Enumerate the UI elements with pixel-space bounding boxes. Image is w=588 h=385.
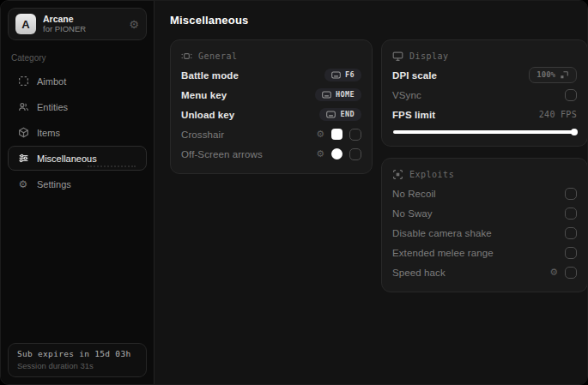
display-icon bbox=[392, 51, 403, 62]
brand-subtitle: for PIONER bbox=[43, 25, 86, 33]
setting-row-fps-limit: FPS limit 240 FPS bbox=[392, 105, 577, 124]
setting-row-menu-key: Menu key HOME bbox=[181, 85, 361, 105]
crosshair-color-swatch[interactable] bbox=[331, 129, 342, 140]
fps-slider-knob[interactable] bbox=[571, 129, 578, 135]
sidebar-item-miscellaneous[interactable]: Miscellaneous bbox=[8, 146, 147, 171]
sidebar-item-entities[interactable]: Entities bbox=[8, 94, 147, 119]
setting-row-battle-mode: Battle mode F6 bbox=[181, 65, 361, 85]
speed-hack-options-gear-icon[interactable]: ⚙ bbox=[549, 268, 558, 277]
keyboard-icon bbox=[326, 111, 336, 118]
menu-keybind-button[interactable]: HOME bbox=[315, 88, 361, 101]
miscellaneous-icon bbox=[17, 153, 29, 165]
panel-title: Exploits bbox=[409, 170, 454, 179]
no-sway-checkbox[interactable] bbox=[565, 208, 577, 220]
items-icon bbox=[17, 127, 29, 139]
category-label: Category bbox=[11, 53, 143, 63]
scale-icon bbox=[560, 70, 569, 80]
sidebar-nav: Aimbot Entities Items Miscellaneous bbox=[8, 69, 147, 196]
sub-expiry-text: Sub expires in 15d 03h bbox=[17, 349, 137, 358]
panel-exploits-header: Exploits bbox=[392, 169, 577, 180]
setting-label: Menu key bbox=[181, 90, 227, 100]
arcane-logo: A bbox=[15, 14, 36, 34]
panel-general-header: General bbox=[181, 51, 361, 62]
setting-row-dpi-scale: DPI scale 100% bbox=[392, 65, 577, 85]
sidebar: A Arcane for PIONER ⚙ Category Aimbot En… bbox=[1, 1, 154, 384]
general-icon bbox=[181, 51, 192, 62]
setting-row-offscreen-arrows: Off-Screen arrows ⚙ bbox=[181, 144, 361, 164]
setting-row-disable-camera-shake: Disable camera shake bbox=[392, 223, 577, 243]
sidebar-item-items[interactable]: Items bbox=[8, 120, 147, 145]
setting-row-no-sway: No Sway bbox=[392, 203, 577, 223]
extended-melee-range-checkbox[interactable] bbox=[565, 247, 577, 259]
arcane-window: A Arcane for PIONER ⚙ Category Aimbot En… bbox=[0, 0, 588, 385]
setting-label: Off-Screen arrows bbox=[181, 149, 263, 159]
keyboard-icon bbox=[331, 71, 341, 79]
session-duration-text: Session duration 31s bbox=[17, 361, 137, 370]
battle-mode-keybind-button[interactable]: F6 bbox=[324, 69, 361, 81]
setting-label: No Recoil bbox=[392, 189, 436, 199]
unload-keybind-button[interactable]: END bbox=[319, 108, 361, 121]
vsync-checkbox[interactable] bbox=[565, 89, 577, 101]
crosshair-checkbox[interactable] bbox=[349, 129, 361, 141]
active-item-dots-decoration bbox=[88, 165, 136, 167]
setting-row-speed-hack: Speed hack ⚙ bbox=[392, 262, 577, 282]
subscription-card: Sub expires in 15d 03h Session duration … bbox=[8, 343, 147, 377]
dpi-scale-button[interactable]: 100% bbox=[529, 67, 577, 83]
setting-label: Extended melee range bbox=[392, 248, 494, 258]
settings-gear-icon: ⚙ bbox=[17, 178, 29, 190]
setting-label: No Sway bbox=[392, 208, 433, 219]
keyboard-icon bbox=[322, 91, 331, 99]
setting-label: Unload key bbox=[181, 110, 234, 120]
sidebar-item-label: Miscellaneous bbox=[37, 153, 97, 164]
panel-display-header: Display bbox=[392, 51, 577, 62]
sidebar-item-label: Entities bbox=[37, 102, 68, 112]
setting-row-no-recoil: No Recoil bbox=[392, 183, 577, 203]
fps-limit-slider[interactable] bbox=[393, 130, 576, 134]
fps-limit-value: 240 FPS bbox=[539, 110, 577, 119]
setting-label: Battle mode bbox=[181, 70, 239, 81]
account-gear-icon[interactable]: ⚙ bbox=[129, 19, 139, 30]
offscreen-arrows-options-gear-icon[interactable]: ⚙ bbox=[316, 149, 324, 159]
sidebar-item-label: Items bbox=[37, 128, 60, 138]
exploits-icon bbox=[392, 169, 403, 180]
setting-row-extended-melee-range: Extended melee range bbox=[392, 243, 577, 262]
page-title: Miscellaneous bbox=[170, 14, 588, 27]
entities-icon bbox=[17, 101, 29, 113]
speed-hack-checkbox[interactable] bbox=[565, 267, 577, 279]
panel-exploits: Exploits No Recoil No Sway Disable camer… bbox=[381, 158, 588, 292]
setting-row-unload-key: Unload key END bbox=[181, 105, 361, 124]
panel-general: General Battle mode F6 Menu key HOME bbox=[170, 39, 373, 174]
setting-label: FPS limit bbox=[392, 110, 435, 120]
panel-display: Display DPI scale 100% VSync bbox=[381, 39, 588, 147]
crosshair-options-gear-icon[interactable]: ⚙ bbox=[316, 129, 324, 139]
sidebar-item-label: Aimbot bbox=[37, 76, 66, 87]
brand-name: Arcane bbox=[43, 15, 86, 25]
disable-camera-shake-checkbox[interactable] bbox=[565, 227, 577, 239]
brand-card: A Arcane for PIONER ⚙ bbox=[8, 8, 147, 40]
panel-title: Display bbox=[409, 51, 449, 61]
setting-label: Speed hack bbox=[392, 268, 446, 278]
no-recoil-checkbox[interactable] bbox=[565, 188, 577, 200]
offscreen-arrows-checkbox[interactable] bbox=[349, 148, 361, 160]
sidebar-item-aimbot[interactable]: Aimbot bbox=[8, 69, 147, 93]
aimbot-icon bbox=[17, 75, 29, 87]
main-content: Miscellaneous General Battle mode F6 bbox=[154, 1, 588, 384]
panel-title: General bbox=[198, 51, 238, 61]
setting-label: Disable camera shake bbox=[392, 228, 492, 238]
sidebar-item-label: Settings bbox=[37, 179, 71, 189]
offscreen-arrows-color-swatch[interactable] bbox=[331, 148, 342, 159]
setting-row-vsync: VSync bbox=[392, 85, 577, 105]
setting-label: DPI scale bbox=[392, 70, 437, 81]
setting-row-crosshair: Crosshair ⚙ bbox=[181, 124, 361, 144]
setting-label: Crosshair bbox=[181, 129, 224, 140]
sidebar-item-settings[interactable]: ⚙ Settings bbox=[8, 171, 147, 196]
setting-label: VSync bbox=[392, 90, 421, 100]
